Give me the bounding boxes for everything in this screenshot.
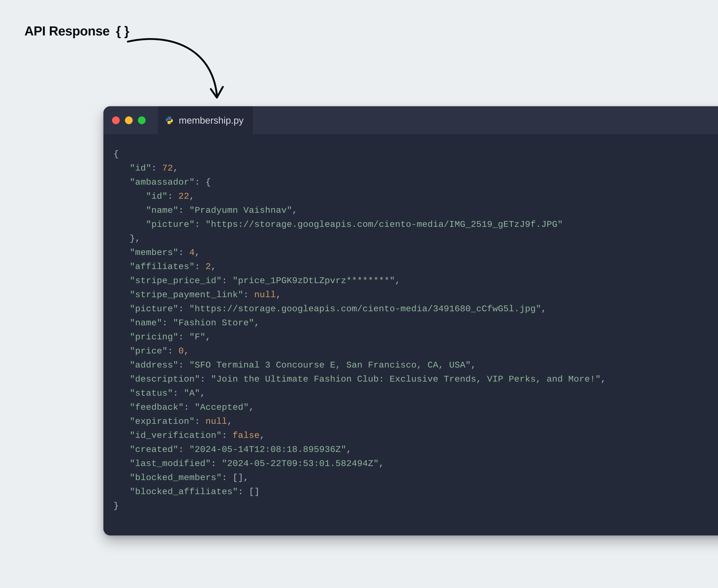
window-minimize-button[interactable] [125, 117, 133, 124]
title-braces: { } [116, 24, 129, 38]
tab-label: membership.py [179, 115, 244, 126]
window-titlebar: membership.py [103, 106, 718, 134]
traffic-lights [112, 117, 146, 124]
window-zoom-button[interactable] [138, 117, 146, 124]
python-icon [165, 116, 173, 125]
arrow-annotation [125, 27, 225, 105]
page-title: API Response { } [24, 24, 129, 39]
code-body[interactable]: { "id": 72, "ambassador": { "id": 22, "n… [103, 134, 718, 536]
tab-membership[interactable]: membership.py [158, 106, 253, 134]
title-text: API Response [24, 24, 109, 38]
window-close-button[interactable] [112, 117, 120, 124]
code-window: membership.py { "id": 72, "ambassador": … [103, 106, 718, 536]
